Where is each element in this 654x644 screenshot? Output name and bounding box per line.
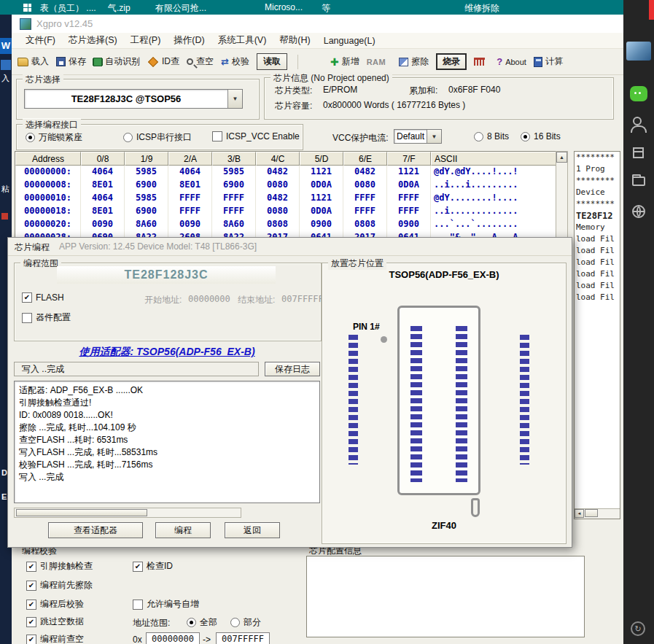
hex-vertical-scrollbar[interactable]: ▲ <box>556 151 568 246</box>
menu-item[interactable]: 操作(D) <box>167 34 211 47</box>
erase-before-checkbox[interactable] <box>26 581 36 591</box>
taskbar-item[interactable]: 有限公司抢... <box>155 2 206 15</box>
hex-ascii[interactable]: @dY.@dY....!...! <box>431 166 556 179</box>
desktop-icon-w[interactable]: W <box>0 38 12 54</box>
vcc-combo[interactable]: Default ▼ <box>394 129 442 144</box>
pin-check-option[interactable]: 引脚接触检查 <box>26 560 93 573</box>
save-log-button[interactable]: 保存日志 <box>265 362 320 376</box>
hex-value[interactable]: 8E01 <box>81 179 125 192</box>
hex-address[interactable]: 00000000: <box>15 166 81 179</box>
range-start-input[interactable]: 00000000 <box>146 632 200 644</box>
hex-value[interactable]: 4064 <box>81 192 125 205</box>
hex-value[interactable]: 5985 <box>212 166 256 179</box>
hex-value[interactable]: 0D0A <box>300 205 343 218</box>
hex-address[interactable]: 00000020: <box>15 218 81 231</box>
wechat-icon[interactable] <box>630 86 647 101</box>
range-part-radio[interactable] <box>230 618 240 627</box>
hex-value[interactable]: FFFF <box>168 192 212 205</box>
menu-item[interactable]: 工程(P) <box>124 34 168 47</box>
hex-value[interactable]: FFFF <box>343 192 387 205</box>
hex-value[interactable]: FFFF <box>212 192 256 205</box>
menu-item[interactable]: Language(L) <box>317 36 382 46</box>
taskbar-item[interactable]: 表（员工） .... <box>40 2 96 15</box>
flash-option[interactable]: FLASH <box>22 292 64 303</box>
hex-ascii[interactable]: ...`...`........ <box>431 218 556 231</box>
package-icon[interactable] <box>633 147 644 158</box>
copy-tool-button[interactable] <box>474 58 485 66</box>
check-id-checkbox[interactable] <box>133 562 143 572</box>
hex-value[interactable]: FFFF <box>168 205 212 218</box>
menu-item[interactable]: 系统工具(V) <box>211 34 273 47</box>
erase-before-option[interactable]: 编程前先擦除 <box>26 579 93 591</box>
menu-item[interactable]: 芯片选择(S) <box>62 34 124 47</box>
hex-ascii[interactable]: @dY........!.... <box>431 192 556 205</box>
chevron-down-icon[interactable]: ▼ <box>227 90 242 108</box>
hex-value[interactable]: 0482 <box>343 166 387 179</box>
hex-ascii[interactable]: ..i...i......... <box>431 179 556 192</box>
hex-value[interactable]: 1121 <box>387 166 431 179</box>
taskbar-item[interactable]: Microso... <box>265 2 303 12</box>
hex-value[interactable]: 8A60 <box>212 218 256 231</box>
menu-item[interactable]: 帮助(H) <box>273 34 316 47</box>
scrollbar-thumb[interactable] <box>585 509 598 517</box>
float-ball-icon[interactable]: ↻ <box>631 621 645 636</box>
hex-value[interactable]: 6900 <box>125 179 168 192</box>
hex-value[interactable]: 0D0A <box>387 179 431 192</box>
hex-value[interactable]: 5985 <box>125 166 168 179</box>
hex-address[interactable]: 00000018: <box>15 205 81 218</box>
load-button[interactable]: 载入 <box>17 55 49 68</box>
burn-button[interactable]: 烧录 <box>436 53 467 70</box>
hex-address[interactable]: 00000010: <box>15 192 81 205</box>
hex-value[interactable]: 0900 <box>300 218 343 231</box>
read-button[interactable]: 读取 <box>257 53 287 70</box>
icsp-vcc-checkbox[interactable] <box>212 131 222 141</box>
icsp-radio[interactable] <box>123 133 133 142</box>
hex-value[interactable]: 6900 <box>125 205 168 218</box>
auto-identify-button[interactable]: 自动识别 <box>93 55 140 68</box>
range-all-radio[interactable] <box>187 618 196 627</box>
hex-value[interactable]: 0090 <box>168 218 212 231</box>
auto-increment-option[interactable]: 允许编号自增 <box>133 598 199 610</box>
verify-after-option[interactable]: 编程后校验 <box>26 598 84 610</box>
hex-value[interactable]: 0482 <box>256 192 300 205</box>
hex-value[interactable]: 0090 <box>81 218 125 231</box>
hex-value[interactable]: FFFF <box>212 205 256 218</box>
dialog-titlebar[interactable]: 芯片编程 APP Version: 12.45 Device Model: T4… <box>8 238 572 256</box>
desktop-icon-red[interactable] <box>1 213 8 220</box>
range-all-option[interactable]: 全部 <box>187 616 217 629</box>
check-id-option[interactable]: 检查ID <box>133 560 173 573</box>
bits8-option[interactable]: 8 Bits <box>474 131 509 141</box>
hex-value[interactable]: 8A60 <box>125 218 168 231</box>
hex-value[interactable]: 0900 <box>387 218 431 231</box>
add-button[interactable]: ✚新增 <box>330 55 359 68</box>
hex-value[interactable]: 0808 <box>256 218 300 231</box>
scroll-left-button[interactable]: ◄ <box>575 509 584 518</box>
erase-button[interactable]: 擦除 <box>399 55 429 68</box>
icsp-radio-option[interactable]: ICSP串行接口 <box>123 131 192 144</box>
hex-address[interactable]: 00000008: <box>15 179 81 192</box>
hex-value[interactable]: 4064 <box>81 166 125 179</box>
hex-value[interactable]: 0080 <box>256 179 300 192</box>
program-button[interactable]: 编程 <box>155 522 211 538</box>
menu-item[interactable]: 文件(F) <box>19 34 62 47</box>
range-end-input[interactable]: 007FFFFF <box>216 632 270 644</box>
hex-ascii[interactable]: ..i............. <box>431 205 556 218</box>
hex-value[interactable]: 6900 <box>212 179 256 192</box>
hex-value[interactable]: 8E01 <box>81 205 125 218</box>
hex-value[interactable]: FFFF <box>343 205 387 218</box>
bits16-option[interactable]: 16 Bits <box>521 131 561 141</box>
hex-value[interactable]: 0482 <box>256 166 300 179</box>
program-log[interactable]: 适配器: ADP_F56_EX-B ......OK引脚接触检查通过!ID: 0… <box>14 381 320 503</box>
socket-radio-option[interactable]: 万能锁紧座 <box>26 131 82 144</box>
about-button[interactable]: ?About <box>497 56 526 67</box>
blank-before-checkbox[interactable] <box>26 635 36 644</box>
back-button[interactable]: 返回 <box>225 522 280 538</box>
verify-button[interactable]: ⇄校验 <box>221 55 249 68</box>
device-config-checkbox[interactable] <box>22 313 32 323</box>
desktop-icon-blue[interactable] <box>1 60 11 70</box>
taskbar-item[interactable]: 气.zip <box>108 2 131 15</box>
network-icon[interactable] <box>632 205 645 218</box>
hex-value[interactable]: 8E01 <box>168 179 212 192</box>
side-horizontal-scrollbar[interactable]: ◄ <box>575 508 620 519</box>
hex-value[interactable]: 0080 <box>343 179 387 192</box>
